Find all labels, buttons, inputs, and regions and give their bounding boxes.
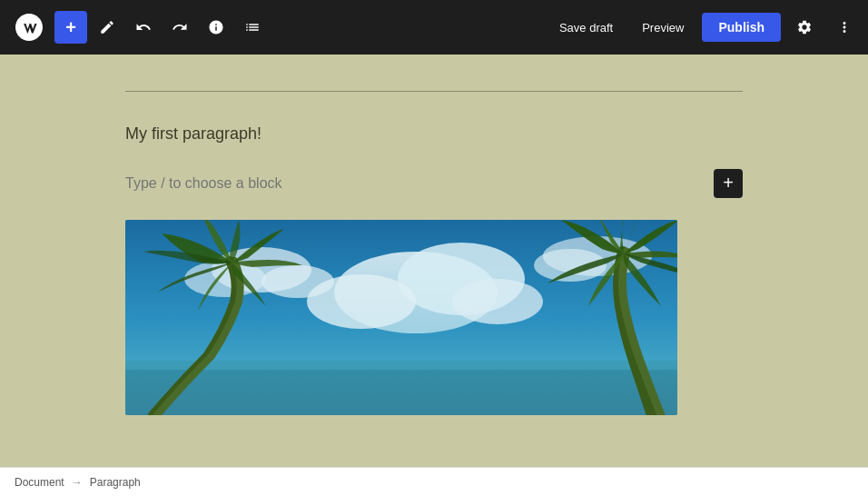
publish-button[interactable]: Publish — [702, 13, 781, 42]
editor-area: My first paragraph! + — [0, 55, 868, 467]
status-bar: Document → Paragraph — [0, 467, 868, 496]
add-block-button[interactable]: + — [714, 169, 743, 198]
main-toolbar: + Save draft Preview Publish — [0, 0, 868, 55]
paragraph-block[interactable]: My first paragraph! — [125, 121, 743, 147]
svg-point-4 — [452, 279, 543, 324]
title-divider — [125, 91, 743, 92]
add-block-toolbar-button[interactable]: + — [54, 11, 87, 44]
image-block[interactable] — [125, 220, 677, 415]
status-arrow: → — [72, 476, 83, 489]
wp-logo[interactable] — [7, 0, 51, 55]
add-block-input[interactable] — [125, 175, 703, 192]
status-document[interactable]: Document — [15, 476, 64, 489]
more-options-button[interactable] — [828, 11, 861, 44]
info-button[interactable] — [200, 11, 232, 44]
settings-button[interactable] — [788, 11, 821, 44]
brush-tool-button[interactable] — [91, 11, 123, 44]
svg-rect-11 — [125, 370, 677, 415]
svg-point-7 — [261, 265, 334, 298]
status-paragraph[interactable]: Paragraph — [90, 476, 141, 489]
undo-button[interactable] — [127, 11, 160, 44]
save-draft-button[interactable]: Save draft — [548, 15, 624, 40]
toolbar-right: Save draft Preview Publish — [548, 11, 861, 44]
add-block-row: + — [125, 169, 743, 198]
redo-button[interactable] — [163, 11, 196, 44]
editor-content: My first paragraph! + — [125, 91, 743, 415]
list-view-button[interactable] — [236, 11, 269, 44]
preview-button[interactable]: Preview — [631, 15, 695, 40]
